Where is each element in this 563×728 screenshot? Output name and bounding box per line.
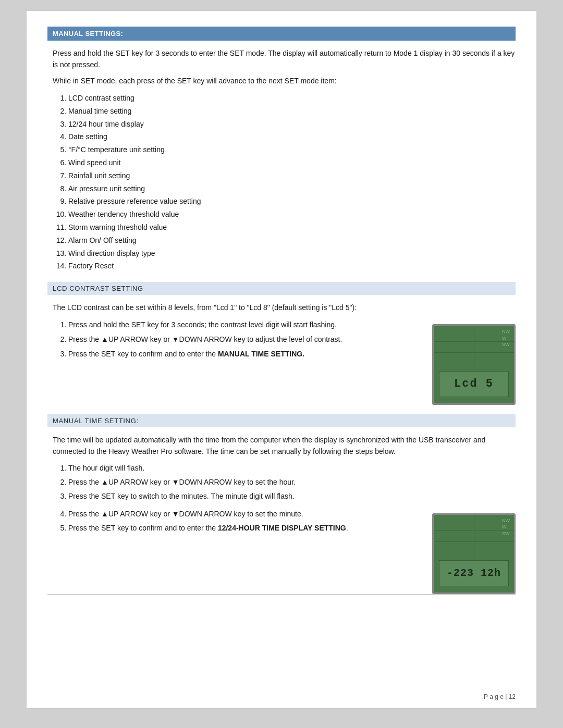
compass-labels-2: NW W SW <box>502 517 510 537</box>
compass-labels: NW W SW <box>502 328 510 348</box>
list-item: °F/°C temperature unit setting <box>68 144 516 156</box>
lcd-step-3: Press the SET key to confirm and to ente… <box>68 348 422 361</box>
manual-time-step-1: The hour digit will flash. <box>68 462 516 475</box>
manual-time-steps-bottom: Press the ▲UP ARROW key or ▼DOWN ARROW k… <box>68 508 422 537</box>
lcd-contrast-header: LCD CONTRAST SETTING <box>47 282 516 295</box>
list-item: Factory Reset <box>68 260 516 273</box>
intro-paragraph-2: While in SET mode, each press of the SET… <box>53 76 516 87</box>
list-item: 12/24 hour time display <box>68 118 516 131</box>
manual-time-step-2: Press the ▲UP ARROW key or ▼DOWN ARROW k… <box>68 476 516 489</box>
manual-time-step-5: Press the SET key to confirm and to ente… <box>68 522 422 535</box>
manual-time-lower: Press the ▲UP ARROW key or ▼DOWN ARROW k… <box>68 508 516 594</box>
manual-time-header: MANUAL TIME SETTING: <box>47 414 516 427</box>
lcd-device-image: NW W SW Lcd 5 <box>432 324 516 405</box>
lcd-step-3-prefix: Press the SET key to confirm and to ente… <box>68 350 218 358</box>
list-item: Air pressure unit setting <box>68 183 516 195</box>
page: MANUAL SETTINGS: Press and hold the SET … <box>26 10 537 709</box>
lcd-bottom-display: Lcd 5 <box>439 371 509 397</box>
manual-settings-header: MANUAL SETTINGS: <box>47 27 516 41</box>
list-item: Alarm On/ Off setting <box>68 235 516 247</box>
manual-time-step-5-prefix: Press the SET key to confirm and to ente… <box>68 524 218 532</box>
manual-time-steps-top: The hour digit will flash. Press the ▲UP… <box>68 462 516 502</box>
lcd-intro: The LCD contrast can be set within 8 lev… <box>53 302 516 314</box>
intro-paragraph-1: Press and hold the SET key for 3 seconds… <box>53 48 516 70</box>
lcd-step-3-bold: MANUAL TIME SETTING. <box>218 350 304 358</box>
lcd-steps-with-image: Press and hold the SET key for 3 seconds… <box>68 319 516 405</box>
lcd-step-1: Press and hold the SET key for 3 seconds… <box>68 319 422 331</box>
lcd-screen: NW W SW Lcd 5 <box>432 324 516 405</box>
manual-time-body: The time will be updated automatically w… <box>53 435 516 457</box>
list-item: Wind speed unit <box>68 157 516 169</box>
manual-time-lcd-value: -223 12h <box>447 567 501 579</box>
list-item: Relative pressure reference value settin… <box>68 195 516 208</box>
lcd-value: Lcd 5 <box>454 377 494 390</box>
page-divider <box>47 594 516 595</box>
list-item: Weather tendency threshold value <box>68 208 516 221</box>
set-mode-list: LCD contrast setting Manual time setting… <box>68 92 516 273</box>
manual-time-step-3: Press the SET key to switch to the minut… <box>68 490 516 503</box>
list-item: Manual time setting <box>68 105 516 118</box>
lcd-steps-list: Press and hold the SET key for 3 seconds… <box>68 319 422 362</box>
manual-time-step-4: Press the ▲UP ARROW key or ▼DOWN ARROW k… <box>68 508 422 521</box>
manual-time-screen: NW W SW -223 12h <box>432 513 516 594</box>
list-item: LCD contrast setting <box>68 92 516 105</box>
list-item: Wind direction display type <box>68 248 516 260</box>
lcd-step-2: Press the ▲UP ARROW key or ▼DOWN ARROW k… <box>68 334 422 346</box>
list-item: Rainfall unit setting <box>68 170 516 182</box>
manual-time-device-image: NW W SW -223 12h <box>432 513 516 594</box>
list-item: Storm warning threshold value <box>68 221 516 234</box>
page-footer: P a g e | 12 <box>484 693 516 700</box>
list-item: Date setting <box>68 131 516 143</box>
manual-time-step-5-bold: 12/24-HOUR TIME DISPLAY SETTING <box>218 524 346 532</box>
manual-time-lcd-display: -223 12h <box>439 560 509 586</box>
manual-time-step-5-suffix: . <box>346 524 348 532</box>
